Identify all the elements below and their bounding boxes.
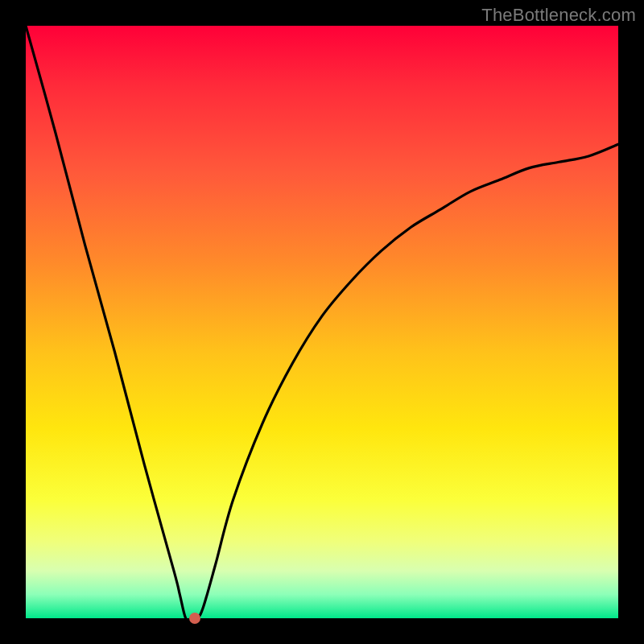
bottleneck-curve — [26, 26, 618, 618]
watermark-text: TheBottleneck.com — [481, 5, 636, 26]
chart-area — [26, 26, 618, 618]
optimal-point-marker — [189, 613, 200, 624]
